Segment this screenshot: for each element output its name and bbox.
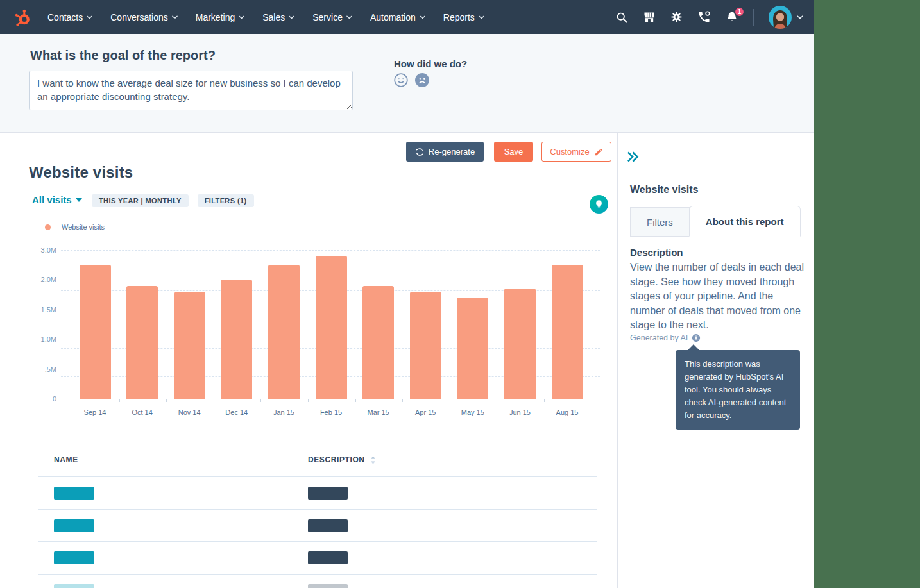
settings-gear-icon[interactable] bbox=[670, 11, 683, 23]
sort-icon[interactable] bbox=[370, 456, 376, 464]
table-row[interactable] bbox=[38, 510, 597, 542]
calling-phone-icon[interactable] bbox=[697, 10, 711, 24]
x-axis-tick bbox=[450, 399, 450, 402]
chevron-down-icon bbox=[87, 15, 92, 19]
bar-aug-15[interactable] bbox=[552, 265, 583, 399]
x-axis-label: Sep 14 bbox=[76, 408, 114, 416]
y-axis-label: 0 bbox=[19, 394, 56, 404]
search-icon[interactable] bbox=[615, 11, 628, 24]
bar-apr-15[interactable] bbox=[410, 292, 441, 399]
x-axis-label: Jun 15 bbox=[500, 408, 539, 416]
chevron-down-icon bbox=[289, 15, 294, 19]
nav-item-reports[interactable]: Reports bbox=[434, 0, 493, 34]
report-badge[interactable]: THIS YEAR | MONTHLY bbox=[92, 194, 189, 207]
bar-mar-15[interactable] bbox=[362, 286, 394, 399]
name-placeholder bbox=[54, 487, 94, 500]
top-nav: ContactsConversationsMarketingSalesServi… bbox=[0, 0, 814, 34]
chevron-down-icon bbox=[346, 15, 352, 19]
x-axis-tick bbox=[214, 399, 214, 402]
bar-jun-15[interactable] bbox=[504, 289, 536, 399]
x-axis-label: Aug 15 bbox=[548, 408, 586, 416]
y-axis-label: .5M bbox=[19, 364, 56, 374]
nav-item-service[interactable]: Service bbox=[303, 0, 361, 34]
collapse-sidebar-button[interactable] bbox=[626, 151, 639, 165]
pencil-icon bbox=[594, 147, 603, 156]
x-axis-tick bbox=[544, 399, 545, 402]
bar-jan-15[interactable] bbox=[268, 265, 300, 399]
tab-about-this-report[interactable]: About this report bbox=[689, 206, 801, 237]
generated-by-label: Generated by AI bbox=[630, 333, 688, 342]
description-heading: Description bbox=[630, 247, 683, 258]
nav-item-label: Automation bbox=[370, 12, 416, 22]
x-axis-line bbox=[56, 399, 603, 399]
table-row[interactable] bbox=[38, 542, 597, 575]
happy-face-icon[interactable] bbox=[393, 72, 409, 88]
sad-face-icon[interactable] bbox=[414, 72, 430, 88]
nav-item-marketing[interactable]: Marketing bbox=[187, 0, 253, 34]
hubspot-logo-icon[interactable] bbox=[13, 7, 32, 28]
nav-item-automation[interactable]: Automation bbox=[361, 0, 434, 34]
report-badges: THIS YEAR | MONTHLYFILTERS (1) bbox=[92, 194, 254, 207]
bar-feb-15[interactable] bbox=[316, 256, 347, 399]
column-header-name[interactable]: NAME bbox=[54, 455, 78, 464]
avatar[interactable] bbox=[769, 6, 792, 29]
goal-input[interactable]: I want to know the average deal size for… bbox=[29, 71, 353, 110]
y-axis-label: 1.0M bbox=[19, 334, 56, 344]
regenerate-button[interactable]: Re-generate bbox=[406, 142, 484, 162]
column-header-description[interactable]: DESCRIPTION bbox=[308, 455, 376, 464]
nav-item-label: Service bbox=[312, 12, 343, 22]
goal-title: What is the goal of the report? bbox=[30, 48, 216, 63]
nav-menu: ContactsConversationsMarketingSalesServi… bbox=[38, 0, 493, 34]
column-label: NAME bbox=[54, 455, 78, 464]
bar-sep-14[interactable] bbox=[80, 265, 111, 399]
refresh-icon bbox=[415, 147, 424, 156]
nav-item-label: Conversations bbox=[110, 12, 168, 22]
insight-lightbulb-button[interactable] bbox=[590, 195, 608, 214]
x-axis-label: Apr 15 bbox=[406, 408, 445, 416]
bar-may-15[interactable] bbox=[457, 298, 488, 399]
y-axis-label: 2.0M bbox=[19, 274, 56, 285]
bar-dec-14[interactable] bbox=[221, 280, 252, 399]
name-placeholder bbox=[54, 584, 94, 588]
table-row[interactable] bbox=[38, 477, 597, 510]
marketplace-icon[interactable] bbox=[643, 11, 656, 24]
nav-item-sales[interactable]: Sales bbox=[253, 0, 303, 34]
nav-item-contacts[interactable]: Contacts bbox=[38, 0, 101, 34]
nav-item-conversations[interactable]: Conversations bbox=[101, 0, 187, 34]
customize-button[interactable]: Customize bbox=[541, 142, 611, 162]
ai-info-icon[interactable] bbox=[692, 333, 701, 342]
bar-nov-14[interactable] bbox=[174, 292, 205, 399]
chart-legend: Website visits bbox=[45, 223, 105, 231]
name-placeholder bbox=[54, 519, 94, 532]
notification-badge[interactable]: 1 bbox=[734, 6, 745, 17]
column-label: DESCRIPTION bbox=[308, 455, 365, 464]
description-placeholder bbox=[308, 487, 348, 500]
description-placeholder bbox=[308, 519, 348, 532]
table-row[interactable] bbox=[38, 575, 597, 588]
chevron-down-icon bbox=[479, 15, 484, 19]
regenerate-label: Re-generate bbox=[429, 147, 475, 156]
bar-oct-14[interactable] bbox=[126, 286, 158, 399]
nav-item-label: Marketing bbox=[196, 12, 235, 22]
notifications-bell-icon[interactable]: 1 bbox=[726, 11, 738, 24]
x-axis-label: Feb 15 bbox=[312, 408, 350, 416]
legend-dot-icon bbox=[45, 224, 51, 230]
x-axis-tick bbox=[592, 399, 592, 402]
report-badge[interactable]: FILTERS (1) bbox=[198, 194, 254, 207]
x-axis-tick bbox=[308, 399, 309, 402]
x-axis-label: Jan 15 bbox=[264, 408, 303, 416]
right-sidebar: Website visits FiltersAbout this report … bbox=[617, 133, 814, 588]
breakdown-label: All visits bbox=[32, 194, 72, 205]
sidebar-title: Website visits bbox=[630, 184, 698, 196]
breakdown-dropdown[interactable]: All visits bbox=[32, 194, 82, 205]
x-axis-label: Nov 14 bbox=[170, 408, 209, 416]
goal-panel: What is the goal of the report? I want t… bbox=[0, 34, 814, 133]
sidebar-tabs: FiltersAbout this report bbox=[630, 206, 801, 237]
save-button[interactable]: Save bbox=[494, 142, 533, 162]
tab-filters[interactable]: Filters bbox=[630, 207, 690, 237]
account-menu[interactable] bbox=[769, 6, 803, 29]
x-axis-tick bbox=[497, 399, 497, 402]
name-placeholder bbox=[54, 551, 94, 564]
x-axis-tick bbox=[72, 399, 72, 402]
y-axis-label: 3.0M bbox=[19, 245, 56, 255]
